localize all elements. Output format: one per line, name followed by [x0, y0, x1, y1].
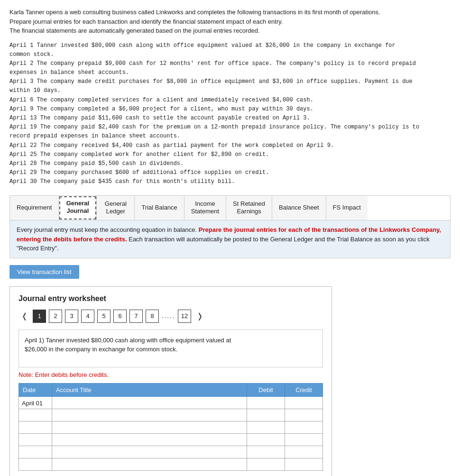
- table-row: [19, 421, 323, 433]
- pagination: ❬ 1 2 3 4 5 6 7 8 ..... 12 ❭: [18, 310, 323, 323]
- tab-general-ledger[interactable]: GeneralLedger: [97, 196, 135, 220]
- transaction-19: April 19 The company paid $2,400 cash fo…: [9, 123, 451, 132]
- transaction-3b: within 10 days.: [9, 86, 451, 95]
- tab-trial-balance[interactable]: Trial Balance: [135, 196, 184, 220]
- table-row: [19, 433, 323, 446]
- header-debit: Debit: [247, 383, 285, 396]
- transaction-13: April 13 The company paid $11,600 cash t…: [9, 114, 451, 123]
- credit-input-5[interactable]: [288, 449, 320, 456]
- date-cell-5: [19, 446, 52, 458]
- credit-input-1[interactable]: [288, 399, 320, 406]
- transaction-description: April 1) Tanner invested $80,000 cash al…: [18, 330, 323, 367]
- header-credit: Credit: [285, 383, 323, 396]
- page-2-button[interactable]: 2: [49, 310, 62, 323]
- transaction-30: April 30 The company paid $435 cash for …: [9, 177, 451, 186]
- date-cell-4: [19, 433, 52, 446]
- transaction-22: April 22 The company received $4,400 cas…: [9, 141, 451, 150]
- page-8-button[interactable]: 8: [146, 310, 159, 323]
- transaction-9: April 9 The company completed a $6,000 p…: [9, 105, 451, 114]
- page-7-button[interactable]: 7: [129, 310, 143, 323]
- credit-cell-5: [285, 446, 323, 458]
- account-cell-3: [52, 421, 247, 433]
- page-3-button[interactable]: 3: [65, 310, 78, 323]
- credit-input-3[interactable]: [288, 424, 320, 431]
- transaction-desc-text: April 1) Tanner invested $80,000 cash al…: [25, 337, 231, 353]
- table-row: [19, 458, 323, 470]
- account-input-3[interactable]: [55, 424, 244, 431]
- intro-line1: Karla Tanner opens a web consulting busi…: [9, 8, 451, 17]
- debit-cell-4: [247, 433, 285, 446]
- date-cell-3: [19, 421, 52, 433]
- credit-cell-2: [285, 409, 323, 421]
- journal-table: Date Account Title Debit Credit April 01: [18, 383, 323, 471]
- transaction-28: April 28 The company paid $5,500 cash in…: [9, 159, 451, 168]
- account-input-4[interactable]: [55, 436, 244, 443]
- debit-input-3[interactable]: [250, 424, 282, 431]
- credit-cell-1: [285, 396, 323, 409]
- debit-cell-6: [247, 458, 285, 470]
- tab-requirement[interactable]: Requirement: [10, 196, 59, 220]
- credit-cell-3: [285, 421, 323, 433]
- date-cell-6: [19, 458, 52, 470]
- instruction-text-1: Every journal entry must keep the accoun…: [17, 226, 199, 233]
- tab-balance-sheet[interactable]: Balance Sheet: [272, 196, 326, 220]
- debit-input-1[interactable]: [250, 399, 282, 406]
- debit-input-2[interactable]: [250, 412, 282, 419]
- intro-line2: Prepare journal entries for each transac…: [9, 17, 451, 27]
- transaction-29: April 29 The company purchased $600 of a…: [9, 168, 451, 177]
- transaction-3: April 3 The company made credit purchase…: [9, 77, 451, 86]
- debit-input-5[interactable]: [250, 449, 282, 456]
- account-cell-4: [52, 433, 247, 446]
- page-6-button[interactable]: 6: [113, 310, 127, 323]
- prev-page-button[interactable]: ❬: [18, 311, 30, 322]
- transaction-2b: expenses in balance sheet accounts.: [9, 68, 451, 77]
- account-cell-6: [52, 458, 247, 470]
- header-account: Account Title: [52, 383, 247, 396]
- tab-income-statement[interactable]: IncomeStatement: [184, 196, 226, 220]
- credit-input-6[interactable]: [288, 461, 320, 468]
- credit-cell-6: [285, 458, 323, 470]
- tabs-row: Requirement GeneralJournal GeneralLedger…: [10, 196, 450, 221]
- intro-line3: The financial statements are automatical…: [9, 26, 451, 36]
- tab-retained-earnings[interactable]: St RetainedEarnings: [226, 196, 272, 220]
- debit-cell-3: [247, 421, 285, 433]
- table-row: [19, 409, 323, 421]
- credit-input-4[interactable]: [288, 436, 320, 443]
- debit-cell-1: [247, 396, 285, 409]
- account-input-2[interactable]: [55, 412, 244, 419]
- worksheet-title: Journal entry worksheet: [18, 294, 323, 303]
- credit-cell-4: [285, 433, 323, 446]
- tab-general-journal[interactable]: GeneralJournal: [59, 196, 97, 220]
- debit-cell-5: [247, 446, 285, 458]
- credit-input-2[interactable]: [288, 412, 320, 419]
- account-cell-5: [52, 446, 247, 458]
- transactions-section: April 1 Tanner invested $80,000 cash alo…: [9, 41, 451, 187]
- date-cell-2: [19, 409, 52, 421]
- transaction-2: April 2 The company prepaid $9,000 cash …: [9, 59, 451, 68]
- transaction-1: April 1 Tanner invested $80,000 cash alo…: [9, 41, 451, 50]
- tab-fs-impact[interactable]: FS Impact: [326, 196, 368, 220]
- note-text: Note: Enter debits before credits.: [18, 371, 323, 378]
- transaction-6: April 6 The company completed services f…: [9, 96, 451, 105]
- page-5-button[interactable]: 5: [97, 310, 110, 323]
- account-input-6[interactable]: [55, 461, 244, 468]
- transaction-1b: common stock.: [9, 50, 451, 59]
- debit-input-4[interactable]: [250, 436, 282, 443]
- instruction-box: Every journal entry must keep the accoun…: [9, 220, 451, 258]
- account-input-1[interactable]: [55, 399, 244, 406]
- view-transaction-list-button[interactable]: View transaction list: [9, 265, 79, 279]
- account-cell-2: [52, 409, 247, 421]
- transaction-19b: record prepaid expenses in balance sheet…: [9, 132, 451, 141]
- worksheet-container: Journal entry worksheet ❬ 1 2 3 4 5 6 7 …: [9, 286, 332, 476]
- tabs-container: Requirement GeneralJournal GeneralLedger…: [9, 195, 451, 221]
- debit-input-6[interactable]: [250, 461, 282, 468]
- page-12-button[interactable]: 12: [178, 310, 191, 323]
- transaction-25: April 25 The company completed work for …: [9, 150, 451, 159]
- page-1-button[interactable]: 1: [33, 310, 46, 323]
- table-row: [19, 446, 323, 458]
- debit-cell-2: [247, 409, 285, 421]
- page-4-button[interactable]: 4: [81, 310, 94, 323]
- account-input-5[interactable]: [55, 449, 244, 456]
- next-page-button[interactable]: ❭: [194, 311, 205, 322]
- intro-section: Karla Tanner opens a web consulting busi…: [9, 8, 451, 36]
